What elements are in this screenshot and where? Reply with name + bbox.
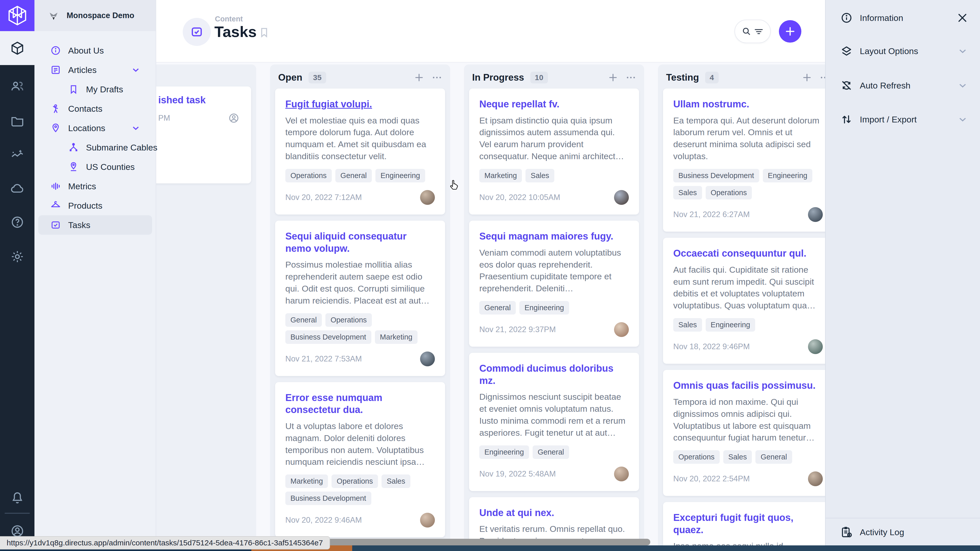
sidebar-section-information[interactable]: Information [826,5,980,30]
tag-chip: Operations [706,186,752,200]
sidebar-section-import-export[interactable]: Import / Export [826,106,980,132]
rail-item-users[interactable] [10,79,24,94]
tag-chip: Marketing [375,330,417,344]
chevron-down-icon[interactable] [130,123,141,133]
task-card[interactable]: Neque repellat fv. Et ipsam distinctio q… [469,89,639,214]
rail-item-help[interactable] [10,215,24,229]
card-date: Nov 21, 2022 6:27AM [673,210,750,219]
sidebar-item-label: Locations [68,123,105,133]
card-title[interactable]: Fugit fugiat volupi. [285,98,435,110]
sidebar-item-submarine-cables[interactable]: Submarine Cables [35,138,156,157]
sidebar-item-articles[interactable]: Articles [35,60,156,79]
breadcrumb[interactable]: Content [215,15,243,23]
task-card[interactable]: Excepturi fugit fugit quos, quaez. Ipsa … [663,502,833,551]
task-card[interactable]: Commodi ducimus doloribus mz. Dignissimo… [469,353,639,491]
card-title[interactable]: Sequi aliquid consequatur nemo volupw. [285,230,435,254]
task-card-partial[interactable]: ished task PM [156,86,251,183]
sidebar-divider [826,518,980,518]
project-header[interactable]: Monospace Demo [35,0,156,31]
card-tags: General Engineering [479,301,629,314]
card-title[interactable]: Unde at qui nex. [479,507,629,519]
rail-item-cloud[interactable] [10,181,24,196]
chevron-down-icon[interactable] [130,65,141,75]
card-title[interactable]: Ullam nostrumc. [673,98,823,110]
network-icon [68,142,79,153]
sidebar-item-locations[interactable]: Locations [35,118,156,138]
section-label: Layout Options [860,46,918,56]
add-card-icon[interactable] [801,72,813,83]
chevron-down-icon[interactable] [957,45,968,57]
card-title[interactable]: Excepturi fugit fugit quos, quaez. [673,512,823,536]
search-icon[interactable] [741,26,752,37]
sidebar-item-metrics[interactable]: Metrics [35,176,156,196]
sidebar-section-activity-log[interactable]: Activity Log [826,519,980,545]
insights-icon [10,148,24,162]
search-filter-button[interactable] [735,20,771,43]
sidebar-item-about-us[interactable]: About Us [35,41,156,60]
card-tags: Marketing Sales [479,169,629,183]
card-title[interactable]: Omnis quas facilis possimusu. [673,380,823,392]
rail-item-files[interactable] [10,114,24,128]
rail-item-notifications[interactable] [10,491,24,505]
map-pin-icon [50,123,61,133]
avatar [808,472,823,486]
card-date-fragment: PM [158,114,170,123]
sidebar-item-tasks[interactable]: Tasks [38,215,152,235]
column-header: Testing 4 [658,65,838,89]
column-menu-icon[interactable] [625,72,636,83]
card-date: Nov 20, 2022 7:12AM [285,193,362,202]
tag-chip: Business Development [285,330,371,344]
card-title[interactable]: Occaecati consequuntur qul. [673,248,823,260]
card-title[interactable]: Error esse numquam consectetur dua. [285,392,435,416]
activity-log-icon [840,526,853,538]
card-title[interactable]: Commodi ducimus doloribus mz. [479,362,629,387]
task-card[interactable]: Fugit fugiat volupi. Vel et molestiae qu… [275,89,445,214]
sidebar-section-layout-options[interactable]: Layout Options [826,38,980,64]
card-tags: General Operations Business Development … [285,313,435,344]
tag-chip: Operations [285,169,332,183]
card-title-fragment[interactable]: ished task [158,94,239,106]
close-icon[interactable] [956,12,968,24]
rail-item-settings[interactable] [10,249,24,264]
sidebar-item-my-drafts[interactable]: My Drafts [35,79,156,99]
bookmark-icon[interactable] [258,27,270,38]
avatar [420,513,435,527]
column-menu-icon[interactable] [431,72,442,83]
tag-chip: Marketing [285,475,328,488]
task-card[interactable]: Omnis quas facilis possimusu. Tempora id… [663,370,833,496]
filter-icon[interactable] [753,26,764,37]
tag-chip: Sales [673,318,702,332]
sidebar-section-auto-refresh[interactable]: Auto Refresh [826,73,980,98]
task-card[interactable]: Error esse numquam consectetur dua. Ut a… [275,382,445,537]
chevron-down-icon[interactable] [957,114,968,125]
avatar [808,207,823,222]
tag-chip: Engineering [375,169,425,183]
card-title[interactable]: Neque repellat fv. [479,98,629,110]
task-card[interactable]: Ullam nostrumc. Ea tempora qui. Aut dese… [663,89,833,232]
sidebar-item-us-counties[interactable]: US Counties [35,157,156,176]
sidebar-item-products[interactable]: Products [35,196,156,215]
task-check-icon [50,220,61,230]
card-title[interactable]: Sequi magnam maiores fugy. [479,230,629,243]
avatar [614,322,629,337]
folder-icon [10,114,24,128]
avatar [420,351,435,366]
add-item-button[interactable] [779,20,801,43]
avatar [614,190,629,205]
brand-logo[interactable] [0,0,35,31]
task-card[interactable]: Sequi aliquid consequatur nemo volupw. P… [275,221,445,376]
chevron-down-icon[interactable] [957,80,968,91]
user-avatar-icon [228,113,239,124]
add-card-icon[interactable] [608,72,619,83]
tag-chip: Marketing [479,169,522,183]
rail-item-content[interactable] [0,31,35,65]
rail-item-insights[interactable] [10,148,24,162]
add-card-icon[interactable] [414,72,425,83]
page-title: Tasks [215,23,257,41]
sidebar-item-contacts[interactable]: Contacts [35,99,156,118]
bookmark-icon [68,84,79,95]
task-card[interactable]: Sequi magnam maiores fugy. Veniam commod… [469,221,639,347]
avatar [420,190,435,205]
tag-chip: Sales [723,450,752,464]
task-card[interactable]: Occaecati consequuntur qul. Aut facilis … [663,238,833,364]
